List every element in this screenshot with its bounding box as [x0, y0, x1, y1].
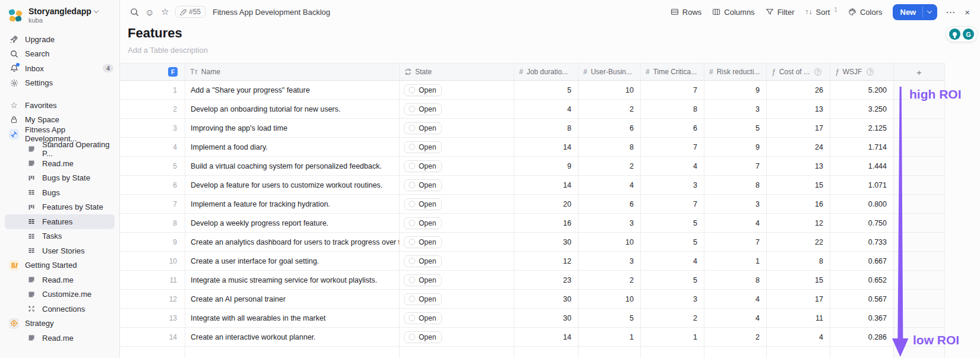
cell-time-criticality[interactable]: 5 — [641, 233, 704, 252]
cell-feature-name[interactable]: Develop an onboarding tutorial for new u… — [185, 100, 400, 119]
cell-user-business-value[interactable]: 10 — [578, 81, 641, 100]
sidebar-item-features[interactable]: Features — [5, 214, 115, 229]
cell-user-business-value[interactable]: 3 — [578, 214, 641, 233]
cell-feature-name[interactable]: Create an AI personal trainer — [185, 290, 400, 309]
cell-user-business-value[interactable]: 8 — [578, 138, 641, 157]
cell-risk-reduction[interactable]: 3 — [704, 195, 767, 214]
cell-user-business-value[interactable]: 6 — [578, 195, 641, 214]
cell-risk-reduction[interactable]: 9 — [704, 81, 767, 100]
cell-time-criticality[interactable] — [641, 347, 704, 358]
cell-time-criticality[interactable]: 4 — [641, 157, 704, 176]
cell-job-duration[interactable]: 14 — [514, 176, 578, 195]
cell-wsjf[interactable]: 0.567 — [830, 290, 894, 309]
sidebar-item-tasks[interactable]: Tasks — [0, 229, 119, 244]
column-header-time-criticality[interactable]: # Time Critica... — [641, 63, 704, 81]
cell-job-duration[interactable]: 14 — [514, 328, 578, 347]
status-badge[interactable]: Open — [404, 198, 442, 210]
cell-add-column[interactable] — [894, 138, 945, 157]
cell-cost-of-delay[interactable]: 15 — [767, 176, 830, 195]
help-icon[interactable]: ? — [867, 68, 874, 75]
cell-risk-reduction[interactable]: 8 — [704, 271, 767, 290]
cell-user-business-value[interactable] — [578, 347, 641, 358]
cell-wsjf[interactable]: 0.667 — [830, 252, 894, 271]
cell-feature-name[interactable]: Build a virtual coaching system for pers… — [185, 157, 400, 176]
cell-wsjf[interactable]: 0.733 — [830, 233, 894, 252]
cell-add-column[interactable] — [894, 252, 945, 271]
cell-cost-of-delay[interactable]: 13 — [767, 157, 830, 176]
cell-state[interactable]: Open — [400, 309, 514, 328]
cell-wsjf[interactable]: 5.200 — [830, 81, 894, 100]
sort-button[interactable]: ↑↓ Sort 1 — [800, 5, 843, 20]
cell-add-column[interactable] — [894, 119, 945, 138]
cell-time-criticality[interactable]: 4 — [641, 252, 704, 271]
cell-risk-reduction[interactable]: 7 — [704, 157, 767, 176]
doc-ref-chip[interactable]: #55 — [175, 6, 206, 18]
cell-state[interactable]: Open — [400, 214, 514, 233]
cell-feature-name[interactable]: Create an interactive workout planner. — [185, 328, 400, 347]
cell-state[interactable]: Open — [400, 233, 514, 252]
cell-risk-reduction[interactable]: 4 — [704, 290, 767, 309]
cell-wsjf[interactable] — [830, 347, 894, 358]
cell-feature-name[interactable]: Implement a food diary. — [185, 138, 400, 157]
status-badge[interactable]: Open — [404, 255, 442, 267]
sidebar-item-bugs[interactable]: Bugs — [0, 185, 119, 200]
cell-user-business-value[interactable]: 4 — [578, 176, 641, 195]
cell-risk-reduction[interactable]: 5 — [704, 119, 767, 138]
cell-job-duration[interactable]: 4 — [514, 100, 578, 119]
sidebar-item-features-by-state[interactable]: Features by State — [0, 200, 119, 215]
sidebar-item-bugs-by-state[interactable]: Bugs by State — [0, 171, 119, 186]
more-button[interactable]: ⋯ — [941, 4, 960, 20]
cell-cost-of-delay[interactable]: 8 — [767, 252, 830, 271]
cell-user-business-value[interactable]: 10 — [578, 233, 641, 252]
cell-job-duration[interactable]: 9 — [514, 157, 578, 176]
cell-state[interactable]: Open — [400, 195, 514, 214]
cell-add-column[interactable] — [894, 309, 945, 328]
cell-job-duration[interactable]: 8 — [514, 119, 578, 138]
cell-state[interactable]: Open — [400, 271, 514, 290]
cell-time-criticality[interactable]: 3 — [641, 290, 704, 309]
cell-add-column[interactable] — [894, 195, 945, 214]
cell-user-business-value[interactable]: 3 — [578, 252, 641, 271]
status-badge[interactable]: Open — [404, 293, 442, 305]
status-badge[interactable]: Open — [404, 160, 442, 172]
cell-wsjf[interactable]: 0.800 — [830, 195, 894, 214]
cell-feature-name[interactable] — [185, 347, 400, 358]
cell-add-column[interactable] — [894, 214, 945, 233]
cell-time-criticality[interactable]: 5 — [641, 214, 704, 233]
cell-user-business-value[interactable]: 2 — [578, 100, 641, 119]
cell-user-business-value[interactable]: 1 — [578, 328, 641, 347]
status-badge[interactable]: Open — [404, 122, 442, 134]
cell-wsjf[interactable]: 0.750 — [830, 214, 894, 233]
sidebar-item-settings[interactable]: Settings — [0, 76, 119, 91]
status-badge[interactable]: Open — [404, 141, 442, 153]
sidebar-item-read-me-3[interactable]: Read.me — [0, 331, 119, 346]
cell-feature-name[interactable]: Integrate with all wearables in the mark… — [185, 309, 400, 328]
star-icon[interactable]: ☆ — [157, 4, 173, 20]
status-badge[interactable]: Open — [404, 217, 442, 229]
cell-state[interactable]: Open — [400, 290, 514, 309]
cell-wsjf[interactable]: 0.652 — [830, 271, 894, 290]
workspace-switcher[interactable]: Storyangledapp kuba — [0, 5, 119, 27]
cell-state[interactable]: Open — [400, 138, 514, 157]
sidebar-item-customize-me[interactable]: Customize.me — [0, 287, 119, 302]
cell-job-duration[interactable]: 14 — [514, 138, 578, 157]
cell-risk-reduction[interactable]: 2 — [704, 328, 767, 347]
cell-time-criticality[interactable]: 1 — [641, 328, 704, 347]
new-dropdown[interactable] — [922, 7, 937, 17]
cell-cost-of-delay[interactable] — [767, 347, 830, 358]
cell-risk-reduction[interactable]: 3 — [704, 100, 767, 119]
cell-cost-of-delay[interactable]: 22 — [767, 233, 830, 252]
sidebar-item-user-stories[interactable]: User Stories — [0, 243, 119, 258]
filter-button[interactable]: Filter — [760, 5, 800, 20]
cell-user-business-value[interactable]: 10 — [578, 290, 641, 309]
cell-time-criticality[interactable]: 7 — [641, 195, 704, 214]
cell-time-criticality[interactable]: 5 — [641, 271, 704, 290]
sidebar-item-inbox[interactable]: Inbox 4 — [0, 61, 119, 76]
status-badge[interactable]: Open — [404, 312, 442, 324]
cell-job-duration[interactable]: 20 — [514, 195, 578, 214]
sidebar-item-search[interactable]: Search — [0, 47, 119, 62]
lightbulb-icon[interactable] — [949, 28, 960, 40]
cell-cost-of-delay[interactable]: 4 — [767, 328, 830, 347]
columns-button[interactable]: Columns — [707, 5, 760, 20]
cell-time-criticality[interactable]: 2 — [641, 309, 704, 328]
